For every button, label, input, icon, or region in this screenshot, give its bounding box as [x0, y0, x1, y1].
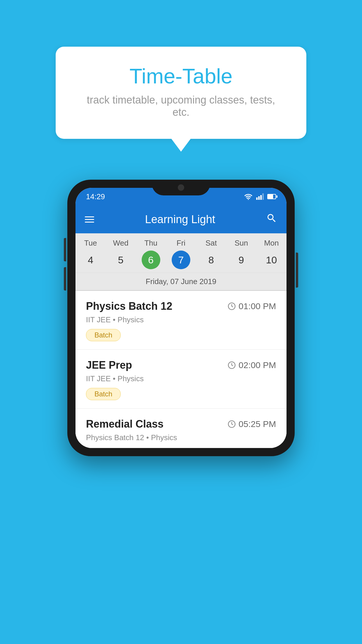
schedule-item-1-subtitle: IIT JEE • Physics [86, 315, 276, 324]
bubble-title: Time-Table [79, 64, 283, 88]
day-name-mon: Mon [264, 239, 279, 248]
volume-down-button [64, 267, 66, 290]
day-num-sat: 8 [202, 251, 220, 269]
schedule-item-3-time: 05:25 PM [228, 419, 276, 429]
schedule-item-1-time-text: 01:00 PM [239, 301, 276, 311]
schedule-list: Physics Batch 12 01:00 PM IIT JEE • Phys… [75, 291, 287, 448]
hamburger-menu-icon[interactable] [85, 216, 94, 223]
schedule-item-3[interactable]: Remedial Class 05:25 PM Physics Batch 12… [75, 409, 287, 448]
status-time: 14:29 [86, 192, 105, 201]
day-tue[interactable]: Tue 4 [75, 233, 106, 273]
clock-icon-3 [228, 420, 236, 428]
date-label: Friday, 07 June 2019 [75, 273, 287, 291]
schedule-item-2[interactable]: JEE Prep 02:00 PM IIT JEE • Physics Batc… [75, 350, 287, 409]
phone-screen: 14:29 [75, 188, 287, 448]
day-name-tue: Tue [84, 239, 97, 248]
bubble-subtitle: track timetable, upcoming classes, tests… [79, 94, 283, 118]
schedule-item-2-header: JEE Prep 02:00 PM [86, 359, 276, 371]
day-wed[interactable]: Wed 5 [106, 233, 136, 273]
schedule-item-2-name: JEE Prep [86, 359, 132, 371]
wifi-icon [244, 193, 253, 200]
schedule-item-3-name: Remedial Class [86, 418, 164, 430]
schedule-item-1-name: Physics Batch 12 [86, 300, 172, 312]
signal-icon [256, 193, 264, 200]
speech-bubble: Time-Table track timetable, upcoming cla… [56, 47, 306, 139]
status-icons [244, 193, 276, 200]
day-sat[interactable]: Sat 8 [196, 233, 226, 273]
day-num-sun: 9 [232, 251, 251, 269]
day-num-tue: 4 [81, 251, 100, 269]
day-num-mon: 10 [262, 251, 281, 269]
power-button [296, 253, 298, 288]
schedule-item-3-time-text: 05:25 PM [239, 419, 276, 429]
svg-rect-1 [256, 197, 258, 200]
day-name-thu: Thu [144, 239, 157, 248]
day-num-fri: 7 [172, 251, 190, 269]
schedule-item-2-subtitle: IIT JEE • Physics [86, 374, 276, 383]
volume-up-button [64, 238, 66, 261]
day-sun[interactable]: Sun 9 [226, 233, 256, 273]
schedule-item-3-header: Remedial Class 05:25 PM [86, 418, 276, 430]
calendar-week-header: Tue 4 Wed 5 Thu 6 Fri 7 Sat 8 [75, 233, 287, 273]
schedule-item-2-time: 02:00 PM [228, 360, 276, 370]
phone-notch [152, 180, 210, 195]
schedule-item-2-time-text: 02:00 PM [239, 360, 276, 370]
svg-rect-3 [260, 195, 262, 200]
phone-frame: 14:29 [67, 180, 295, 456]
day-name-sun: Sun [235, 239, 248, 248]
top-section: Time-Table track timetable, upcoming cla… [0, 0, 362, 156]
day-name-fri: Fri [177, 239, 185, 248]
day-name-sat: Sat [205, 239, 217, 248]
svg-point-0 [248, 199, 249, 200]
schedule-item-1-header: Physics Batch 12 01:00 PM [86, 300, 276, 312]
schedule-item-1-time: 01:00 PM [228, 301, 276, 311]
schedule-item-1-badge: Batch [86, 329, 121, 341]
schedule-item-1[interactable]: Physics Batch 12 01:00 PM IIT JEE • Phys… [75, 291, 287, 350]
camera-dot [178, 184, 184, 191]
svg-rect-4 [262, 193, 264, 200]
day-name-wed: Wed [113, 239, 129, 248]
clock-icon-1 [228, 302, 236, 310]
phone-wrapper: 14:29 [67, 180, 295, 456]
schedule-item-2-badge: Batch [86, 388, 121, 400]
day-fri[interactable]: Fri 7 [166, 233, 196, 273]
app-title: Learning Light [101, 213, 259, 226]
search-icon[interactable] [266, 213, 277, 226]
day-mon[interactable]: Mon 10 [256, 233, 287, 273]
app-bar: Learning Light [75, 205, 287, 233]
svg-rect-2 [258, 196, 260, 200]
battery-icon [267, 194, 276, 199]
day-num-thu: 6 [142, 251, 160, 269]
clock-icon-2 [228, 361, 236, 369]
day-thu[interactable]: Thu 6 [136, 233, 166, 273]
day-num-wed: 5 [111, 251, 130, 269]
schedule-item-3-subtitle: Physics Batch 12 • Physics [86, 433, 276, 442]
